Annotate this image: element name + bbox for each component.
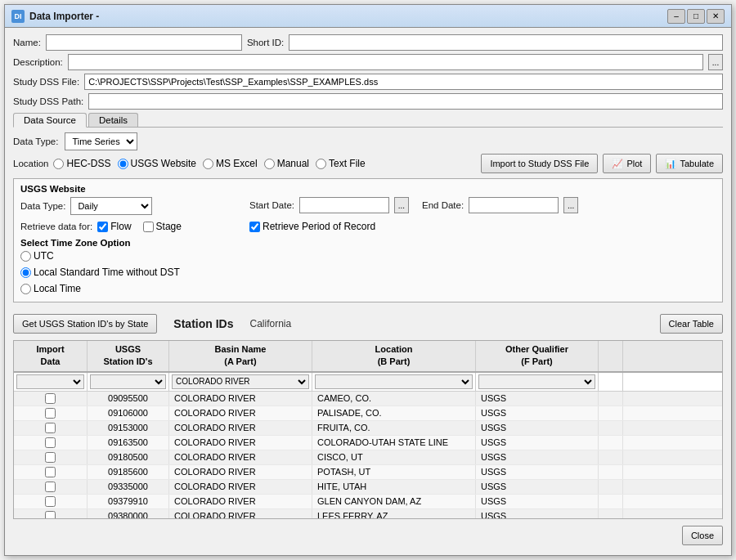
filter-basin: COLORADO RIVER	[169, 373, 312, 391]
usgs-datatype-dropdown[interactable]: Daily Annual Peak Instantaneous	[70, 197, 152, 215]
location-usgs[interactable]: USGS Website	[118, 158, 196, 169]
td-import	[14, 509, 88, 518]
retrieve-period-checkbox[interactable]: Retrieve Period of Record	[249, 221, 375, 232]
tab-details[interactable]: Details	[88, 113, 138, 127]
import-button[interactable]: Import to Study DSS File	[481, 154, 598, 173]
end-date-input[interactable]	[469, 197, 559, 213]
tabulate-button[interactable]: 📊 Tabulate	[656, 154, 723, 173]
td-station: 09379910	[88, 495, 169, 508]
td-extra	[599, 480, 623, 494]
td-station: 09106000	[88, 406, 169, 420]
localstd-radio[interactable]: Local Standard Time without DST	[20, 267, 180, 278]
import-checkbox[interactable]	[45, 423, 56, 433]
td-qualifier: USGS	[476, 421, 599, 435]
td-station: 09185600	[88, 465, 169, 479]
dss-file-input[interactable]	[84, 74, 723, 90]
shortid-input[interactable]	[289, 34, 723, 51]
stage-checkbox[interactable]: Stage	[143, 221, 182, 232]
maximize-button[interactable]: □	[687, 9, 705, 24]
td-location: POTASH, UT	[312, 465, 476, 479]
td-basin: COLORADO RIVER	[169, 406, 312, 420]
td-basin: COLORADO RIVER	[169, 421, 312, 435]
import-checkbox[interactable]	[45, 393, 56, 404]
close-window-button[interactable]: ✕	[707, 9, 725, 24]
plot-icon: 📈	[612, 159, 623, 169]
footer-row: Close	[13, 522, 723, 549]
usgs-datatype-label: Data Type:	[20, 201, 65, 211]
import-checkbox[interactable]	[45, 482, 56, 492]
main-window: DI Data Importer - – □ ✕ Name: Short ID:…	[4, 4, 732, 556]
usgs-panel: USGS Website Data Type: Daily Annual Pea…	[13, 178, 723, 302]
import-checkbox[interactable]	[45, 452, 56, 463]
table-row: 09106000 COLORADO RIVER PALISADE, CO. US…	[14, 406, 722, 421]
end-date-label: End Date:	[422, 200, 464, 210]
plot-button[interactable]: 📈 Plot	[603, 154, 651, 173]
clear-table-button[interactable]: Clear Table	[660, 314, 723, 334]
title-bar: DI Data Importer - – □ ✕	[5, 5, 731, 28]
import-checkbox[interactable]	[45, 467, 56, 477]
td-location: PALISADE, CO.	[312, 406, 476, 420]
table-row: 09185600 COLORADO RIVER POTASH, UT USGS	[14, 465, 722, 480]
table-row: 09379910 COLORADO RIVER GLEN CANYON DAM,…	[14, 495, 722, 509]
window-controls: – □ ✕	[667, 9, 725, 24]
import-checkbox[interactable]	[45, 496, 56, 507]
dss-file-row: Study DSS File:	[13, 74, 723, 90]
retrieve-for-row: Retrieve data for: Flow Stage	[20, 218, 233, 235]
th-location: Location(B Part)	[312, 341, 476, 371]
td-import	[14, 392, 88, 405]
td-extra	[599, 436, 623, 450]
name-input[interactable]	[46, 34, 242, 51]
td-qualifier: USGS	[476, 406, 599, 420]
import-checkbox[interactable]	[45, 408, 56, 419]
td-basin: COLORADO RIVER	[169, 450, 312, 464]
minimize-button[interactable]: –	[667, 9, 685, 24]
table-filter-row: COLORADO RIVER	[14, 373, 722, 392]
td-extra	[599, 421, 623, 435]
dates-row: Start Date: ... End Date: ...	[249, 197, 716, 213]
td-import	[14, 436, 88, 450]
action-buttons: Import to Study DSS File 📈 Plot 📊 Tabula…	[481, 154, 723, 173]
name-label: Name:	[13, 38, 41, 47]
filter-basin-select[interactable]: COLORADO RIVER	[172, 374, 309, 389]
utc-radio[interactable]: UTC	[20, 250, 54, 262]
filter-import-select[interactable]	[16, 374, 84, 389]
description-input[interactable]	[68, 54, 703, 70]
location-manual[interactable]: Manual	[264, 158, 309, 169]
import-checkbox[interactable]	[45, 437, 56, 448]
data-type-dropdown[interactable]: Time Series Paired Data Grid	[65, 132, 137, 150]
location-hecdss[interactable]: HEC-DSS	[53, 158, 110, 169]
td-import	[14, 406, 88, 420]
name-row: Name: Short ID:	[13, 34, 723, 51]
start-date-ellipsis[interactable]: ...	[394, 197, 409, 213]
td-basin: COLORADO RIVER	[169, 495, 312, 508]
dss-path-input[interactable]	[88, 93, 723, 110]
td-import	[14, 480, 88, 494]
td-station: 09095500	[88, 392, 169, 405]
td-import	[14, 465, 88, 479]
td-extra	[599, 450, 623, 464]
th-import: ImportData	[14, 341, 88, 371]
td-basin: COLORADO RIVER	[169, 392, 312, 405]
location-excel[interactable]: MS Excel	[203, 158, 258, 169]
table-row: 09380000 COLORADO RIVER LEES FERRY, AZ U…	[14, 509, 722, 518]
tab-data-source[interactable]: Data Source	[13, 113, 87, 128]
table-row: 09095500 COLORADO RIVER CAMEO, CO. USGS	[14, 392, 722, 406]
close-button[interactable]: Close	[682, 526, 723, 545]
td-qualifier: USGS	[476, 392, 599, 405]
location-textfile[interactable]: Text File	[316, 158, 366, 169]
usgs-inner: Data Type: Daily Annual Peak Instantaneo…	[20, 197, 716, 297]
filter-station	[88, 373, 169, 391]
filter-location-select[interactable]	[315, 374, 473, 389]
import-checkbox[interactable]	[45, 511, 56, 518]
filter-station-select[interactable]	[90, 374, 166, 389]
description-ellipsis-button[interactable]: ...	[708, 54, 723, 70]
end-date-ellipsis[interactable]: ...	[563, 197, 578, 213]
flow-checkbox[interactable]: Flow	[97, 221, 131, 232]
filter-qualifier-select[interactable]	[478, 374, 595, 389]
td-location: CAMEO, CO.	[312, 392, 476, 405]
get-stations-button[interactable]: Get USGS Station ID's by State	[13, 314, 157, 334]
start-date-input[interactable]	[299, 197, 389, 213]
main-content: Name: Short ID: Description: ... Study D…	[5, 28, 731, 555]
localtime-radio[interactable]: Local Time	[20, 283, 81, 294]
usgs-right: Start Date: ... End Date: ... Retrieve P…	[249, 197, 716, 297]
